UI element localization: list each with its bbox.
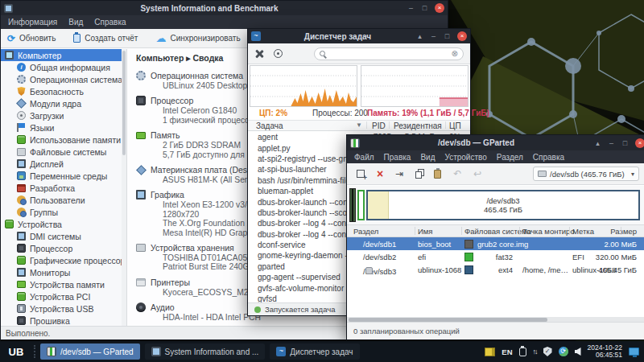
sidebar-item-boots[interactable]: Загрузки bbox=[1, 109, 126, 121]
close-icon[interactable]: × bbox=[635, 138, 644, 148]
clipboard-tray-icon[interactable] bbox=[519, 348, 526, 356]
taskbar-button-label: System Information and ... bbox=[165, 348, 259, 356]
sidebar-item-os[interactable]: Операционная система bbox=[1, 73, 126, 85]
scrollbar-thumb[interactable] bbox=[122, 51, 126, 155]
column-pid[interactable]: PID bbox=[372, 121, 386, 130]
column-filesystem[interactable]: Файловая система bbox=[464, 227, 531, 236]
menu-help[interactable]: Справка bbox=[533, 153, 564, 162]
menu-partition[interactable]: Раздел bbox=[497, 153, 523, 162]
column-name[interactable]: Имя bbox=[418, 227, 433, 236]
sidebar-item-computer[interactable]: Компьютер bbox=[1, 49, 126, 61]
clear-search-icon[interactable] bbox=[452, 50, 458, 58]
search-input[interactable] bbox=[314, 47, 464, 60]
sidebar-item-filesystems[interactable]: Файловые системы bbox=[1, 146, 126, 158]
column-resident[interactable]: Резидентная bbox=[394, 121, 442, 130]
menu-device[interactable]: Устройство bbox=[444, 153, 486, 162]
sidebar-item-processor[interactable]: Процессор bbox=[1, 242, 126, 254]
delete-partition-icon[interactable] bbox=[377, 169, 383, 179]
sidebar-item-users[interactable]: Пользователи bbox=[1, 194, 126, 206]
column-task[interactable]: Задача bbox=[256, 121, 283, 130]
taskbar-button-hardinfo[interactable]: System Information and ... bbox=[145, 343, 266, 360]
keep-above-icon[interactable]: ▴ bbox=[592, 138, 603, 148]
new-partition-icon[interactable] bbox=[357, 170, 365, 178]
column-cpu[interactable]: ЦП bbox=[449, 121, 461, 130]
apply-icon[interactable] bbox=[473, 169, 481, 179]
column-label[interactable]: Метка bbox=[572, 227, 594, 236]
sync-button[interactable]: Синхронизировать bbox=[155, 32, 240, 44]
taskbar-button-task-manager[interactable]: Диспетчер задач bbox=[270, 343, 359, 360]
close-icon[interactable]: × bbox=[457, 31, 467, 41]
taskbar-button-gparted[interactable]: /dev/sdb — GParted bbox=[40, 343, 140, 360]
maximize-icon[interactable]: □ bbox=[419, 3, 430, 13]
task-table-header[interactable]: Задача ▼ PID Резидентная ЦП bbox=[248, 120, 470, 131]
gparted-window: /dev/sdb — GParted ▴ – □ × Файл Правка В… bbox=[346, 134, 644, 340]
sidebar-item-display[interactable]: Дисплей bbox=[1, 158, 126, 170]
create-report-button[interactable]: Создать отчёт bbox=[73, 34, 138, 43]
menu-file[interactable]: Файл bbox=[354, 153, 374, 162]
partition-row-sdb2[interactable]: /dev/sdb2 efi fat32 EFI 320.00 МиБ bbox=[347, 250, 644, 263]
sidebar-item-environment[interactable]: Переменные среды bbox=[1, 170, 126, 182]
volume-icon[interactable] bbox=[575, 348, 581, 356]
partition-tray-icon[interactable] bbox=[485, 348, 495, 356]
device-selector[interactable]: /dev/sdb (465.76 ГиБ) ▾ bbox=[533, 167, 639, 181]
language-indicator[interactable]: EN bbox=[502, 348, 512, 356]
minimize-icon[interactable]: – bbox=[406, 3, 416, 13]
menu-help[interactable]: Справка bbox=[94, 18, 126, 27]
display-tray-icon[interactable] bbox=[629, 348, 639, 356]
menu-edit[interactable]: Правка bbox=[384, 153, 411, 162]
minimize-icon[interactable]: – bbox=[428, 31, 439, 41]
sidebar-item-general-info[interactable]: Общая информация bbox=[1, 61, 126, 73]
hardinfo-titlebar[interactable]: System Information and Benchmark – □ × bbox=[1, 1, 448, 15]
column-partition[interactable]: Раздел bbox=[353, 227, 378, 236]
sidebar-scrollbar[interactable] bbox=[122, 49, 126, 326]
undo-icon[interactable] bbox=[453, 169, 461, 179]
pick-process-icon[interactable] bbox=[274, 49, 283, 58]
sidebar-item-devices[interactable]: Устройства bbox=[1, 218, 126, 230]
update-tray-icon[interactable] bbox=[559, 347, 568, 356]
column-mountpoint[interactable]: Точка монтиро bbox=[522, 227, 575, 236]
partition-row-sdb1[interactable]: /dev/sdb1 bios_boot grub2 core.img 2.00 … bbox=[347, 237, 644, 250]
sidebar-item-gpus[interactable]: Графические процессоры bbox=[1, 254, 126, 266]
menu-view[interactable]: Вид bbox=[420, 153, 435, 162]
sidebar-item-usb[interactable]: Устройства USB bbox=[1, 302, 126, 315]
sidebar-item-memory-devices[interactable]: Устройства памяти bbox=[1, 278, 126, 290]
column-divider bbox=[621, 227, 621, 235]
close-icon[interactable]: × bbox=[435, 3, 444, 13]
minimize-icon[interactable]: – bbox=[606, 138, 617, 148]
paste-icon[interactable] bbox=[434, 170, 441, 179]
gparted-titlebar[interactable]: /dev/sdb — GParted ▴ – □ × bbox=[347, 135, 644, 150]
maximize-icon[interactable]: □ bbox=[620, 138, 630, 148]
sidebar-item-pci[interactable]: Устройства PCI bbox=[1, 290, 126, 302]
sidebar-item-firmware[interactable]: Прошивка bbox=[1, 315, 126, 326]
refresh-button[interactable]: Обновить bbox=[7, 33, 56, 44]
partition-segment-sdb1[interactable] bbox=[349, 188, 356, 222]
task-manager-titlebar[interactable]: Диспетчер задач ▴ – □ × bbox=[248, 29, 470, 43]
menu-view[interactable]: Вид bbox=[68, 18, 83, 27]
keep-above-icon[interactable]: ▴ bbox=[415, 31, 425, 41]
sidebar-item-languages[interactable]: Языки bbox=[1, 121, 126, 134]
partition-segment-sdb2[interactable] bbox=[357, 190, 365, 220]
hardinfo-title: System Information and Benchmark bbox=[16, 4, 402, 13]
maximize-icon[interactable]: □ bbox=[442, 31, 452, 41]
clock[interactable]: 2024-10-22 06:45:51 bbox=[588, 344, 622, 360]
network-traffic-icon[interactable] bbox=[533, 348, 537, 356]
partition-row-sdb3[interactable]: /dev/sdb3 ublinux-1068 ext4 /home, /me… … bbox=[347, 263, 644, 276]
resize-move-icon[interactable] bbox=[395, 169, 403, 179]
security-shield-icon[interactable] bbox=[543, 347, 552, 356]
sidebar-item-groups[interactable]: Группы bbox=[1, 206, 126, 218]
sidebar-item-kernel-modules[interactable]: Модули ядра bbox=[1, 97, 126, 109]
graphs-panel bbox=[250, 65, 469, 107]
partition-table-header[interactable]: Раздел Имя Файловая система Точка монтир… bbox=[347, 225, 644, 237]
column-size[interactable]: Размер bbox=[610, 227, 637, 236]
start-menu-button[interactable]: UB bbox=[3, 341, 29, 362]
copy-icon[interactable] bbox=[415, 171, 422, 179]
partition-segment-sdb3[interactable]: /dev/sdb3 465.45 ГиБ bbox=[366, 190, 640, 220]
settings-tools-icon[interactable] bbox=[254, 49, 264, 59]
menu-information[interactable]: Информация bbox=[8, 18, 57, 27]
sidebar-item-development[interactable]: Разработка bbox=[1, 182, 126, 194]
sidebar-item-dmi[interactable]: DMI системы bbox=[1, 230, 126, 242]
sidebar-item-monitors[interactable]: Мониторы bbox=[1, 266, 126, 278]
sidebar-label: Группы bbox=[30, 208, 58, 217]
sidebar-item-security[interactable]: Безопасность bbox=[1, 85, 126, 97]
sidebar-item-memory-usage[interactable]: Использование памяти bbox=[1, 134, 126, 146]
